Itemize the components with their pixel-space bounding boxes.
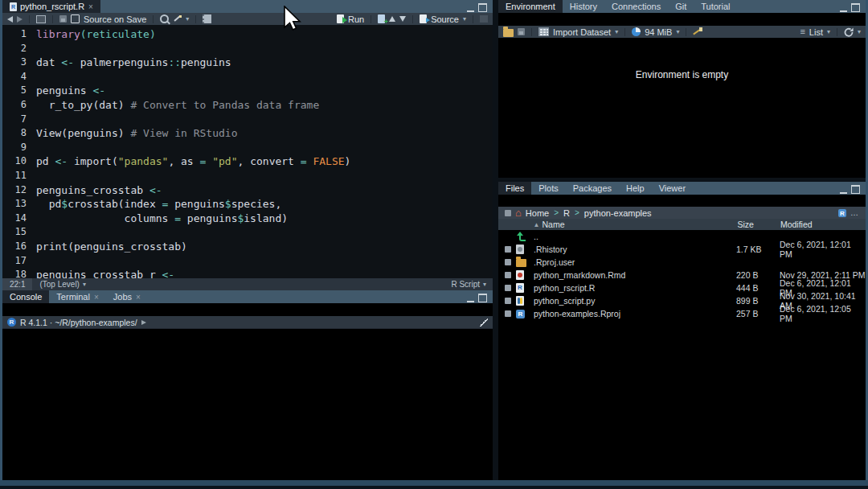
refresh-icon[interactable] <box>844 27 854 37</box>
rproject-icon <box>838 209 846 217</box>
file-checkbox[interactable] <box>505 272 511 278</box>
tab-history[interactable]: History <box>563 0 604 13</box>
go-next-chunk-icon[interactable] <box>399 16 406 22</box>
file-name[interactable]: .Rhistory <box>534 244 736 254</box>
maximize-icon[interactable] <box>851 3 860 12</box>
filetype-selector[interactable]: R Script <box>451 280 480 289</box>
list-view-icon[interactable]: ≡ <box>800 27 805 36</box>
source-icon[interactable] <box>420 14 427 23</box>
tab-help[interactable]: Help <box>619 182 652 195</box>
tab-tutorial[interactable]: Tutorial <box>694 0 737 13</box>
tab-packages[interactable]: Packages <box>566 182 619 195</box>
scope-caret-icon[interactable]: ▾ <box>83 281 86 288</box>
tab-viewer[interactable]: Viewer <box>652 182 693 195</box>
tab-plots[interactable]: Plots <box>531 182 565 195</box>
memory-usage-icon[interactable] <box>632 27 641 36</box>
file-name[interactable]: python_rscript.R <box>534 283 736 293</box>
load-workspace-icon[interactable] <box>503 29 514 37</box>
code-tools-icon[interactable] <box>173 14 182 23</box>
select-all-checkbox[interactable] <box>505 210 511 216</box>
resize-console-icon[interactable] <box>480 318 488 327</box>
scope-indicator[interactable]: (Top Level) <box>39 280 79 289</box>
tab-label: Help <box>626 183 645 193</box>
find-replace-icon[interactable] <box>160 14 169 23</box>
tab-files[interactable]: Files <box>498 182 531 195</box>
column-header-size[interactable]: Size <box>737 220 780 229</box>
open-in-new-window-icon[interactable] <box>36 15 46 23</box>
import-dataset-icon[interactable] <box>538 27 549 36</box>
minimize-icon[interactable] <box>467 4 474 12</box>
list-view-caret-icon[interactable]: ▾ <box>827 29 830 35</box>
tab-label: Plots <box>538 183 558 193</box>
rerun-previous-icon[interactable] <box>378 14 385 23</box>
tab-python-rscript[interactable]: python_rscript.R × <box>2 0 100 13</box>
source-caret-icon[interactable]: ▾ <box>463 16 466 23</box>
breadcrumb-home[interactable]: Home <box>526 208 549 218</box>
maximize-icon[interactable] <box>851 185 860 194</box>
maximize-icon[interactable] <box>478 3 487 12</box>
file-checkbox[interactable] <box>505 246 511 253</box>
forward-icon[interactable] <box>17 16 23 23</box>
tab-environment[interactable]: Environment <box>498 0 563 13</box>
memory-caret-icon[interactable]: ▾ <box>676 29 679 35</box>
file-name[interactable]: .. <box>534 232 736 241</box>
close-icon[interactable]: × <box>88 2 93 11</box>
source-button[interactable]: Source <box>431 14 459 24</box>
file-name[interactable]: python-examples.Rproj <box>534 309 736 318</box>
open-directory-icon[interactable] <box>141 320 146 325</box>
breadcrumb-python-examples[interactable]: python-examples <box>584 208 652 218</box>
clear-objects-icon[interactable] <box>693 27 702 37</box>
filetype-caret-icon[interactable]: ▾ <box>483 281 486 288</box>
tab-console[interactable]: Console <box>2 290 49 303</box>
minimize-icon[interactable] <box>467 294 474 302</box>
maximize-icon[interactable] <box>478 294 487 302</box>
code-text: r_to_py(dat) # Convert to Pandas data fr… <box>36 98 319 113</box>
folder-file-icon <box>516 259 526 267</box>
minimize-icon[interactable] <box>840 186 847 194</box>
file-row[interactable]: python-examples.Rproj257 BDec 6, 2021, 1… <box>498 307 866 320</box>
column-header-modified[interactable]: Modified <box>780 220 866 229</box>
close-icon[interactable]: × <box>94 293 99 302</box>
compile-report-icon[interactable] <box>203 14 211 23</box>
column-header-name[interactable]: Name <box>542 220 738 229</box>
back-icon[interactable] <box>7 16 13 23</box>
import-dataset-caret-icon[interactable]: ▾ <box>615 29 618 35</box>
code-line: 7 <box>2 113 493 127</box>
save-workspace-icon[interactable] <box>518 28 525 35</box>
refresh-caret-icon[interactable]: ▾ <box>858 29 861 35</box>
file-checkbox[interactable] <box>505 259 511 265</box>
code-editor[interactable]: 1library(reticulate)23dat <- palmerpengu… <box>2 25 493 281</box>
source-on-save-checkbox[interactable] <box>71 14 80 23</box>
minimize-icon[interactable] <box>840 4 847 12</box>
line-number: 1 <box>2 27 36 42</box>
sort-ascending-icon[interactable]: ▲ <box>534 221 540 228</box>
breadcrumb-r[interactable]: R <box>563 208 570 218</box>
memory-usage[interactable]: 94 MiB <box>645 27 672 37</box>
run-icon[interactable] <box>337 14 344 23</box>
close-icon[interactable]: × <box>136 293 141 302</box>
tab-jobs[interactable]: Jobs× <box>106 290 148 303</box>
code-text: columns = penguins$island) <box>36 212 288 226</box>
file-checkbox[interactable] <box>505 298 511 304</box>
file-row[interactable]: .Rhistory1.7 KBDec 6, 2021, 12:01 PM <box>498 243 866 256</box>
file-checkbox[interactable] <box>505 285 511 291</box>
code-tools-caret-icon[interactable]: ▾ <box>186 16 189 23</box>
run-button[interactable]: Run <box>348 14 364 24</box>
file-name[interactable]: python_script.py <box>534 296 736 306</box>
home-icon[interactable]: ⌂ <box>515 208 522 218</box>
file-name[interactable]: .Rproj.user <box>534 257 736 267</box>
file-name[interactable]: python_rmarkdown.Rmd <box>534 270 736 280</box>
more-options-icon[interactable]: … <box>850 208 859 217</box>
window-frame-bottom-edge <box>0 486 868 489</box>
tab-git[interactable]: Git <box>668 0 694 13</box>
go-previous-chunk-icon[interactable] <box>389 16 395 22</box>
import-dataset-button[interactable]: Import Dataset <box>553 27 611 37</box>
list-view-button[interactable]: List <box>809 27 823 37</box>
tab-connections[interactable]: Connections <box>604 0 668 13</box>
save-icon[interactable] <box>59 15 67 23</box>
tab-terminal[interactable]: Terminal× <box>49 290 105 303</box>
document-outline-icon[interactable] <box>480 15 488 23</box>
tab-label: python_rscript.R <box>20 2 84 11</box>
tab-label: Viewer <box>659 183 686 193</box>
file-checkbox[interactable] <box>505 310 511 317</box>
